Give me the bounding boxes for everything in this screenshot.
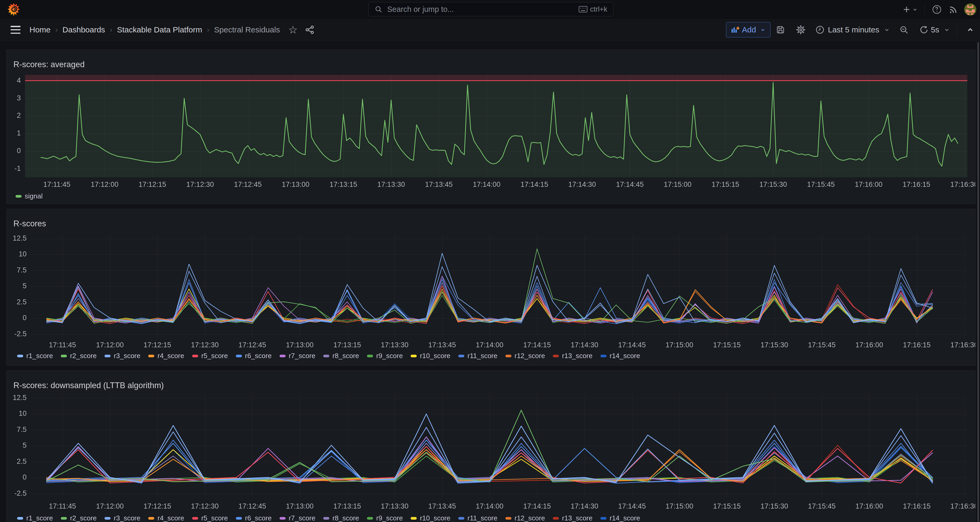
legend-item-r14_score[interactable]: r14_score [600, 352, 640, 360]
dashboard-settings-button[interactable] [791, 22, 811, 37]
search-input[interactable] [387, 5, 579, 14]
share-button[interactable] [305, 24, 315, 35]
legend-label: r6_score [245, 352, 272, 360]
legend-item-r8_score[interactable]: r8_score [323, 514, 359, 522]
legend-item-r6_score[interactable]: r6_score [236, 352, 272, 360]
user-avatar[interactable] [964, 3, 976, 16]
legend-item-r2_score[interactable]: r2_score [61, 514, 97, 522]
legend-item-r3_score[interactable]: r3_score [105, 352, 140, 360]
add-panel-button[interactable]: Add [726, 22, 770, 37]
legend-label: r2_score [70, 514, 97, 522]
legend-item-r13_score[interactable]: r13_score [553, 352, 593, 360]
legend-item-r13_score[interactable]: r13_score [553, 514, 593, 522]
legend-marker [367, 355, 373, 357]
legend-marker [367, 517, 373, 520]
legend-item-r9_score[interactable]: r9_score [367, 514, 403, 522]
breadcrumb-item-dashboards[interactable]: Dashboards [62, 25, 105, 34]
legend-label: r9_score [376, 514, 403, 522]
legend-item-r1_score[interactable]: r1_score [17, 514, 53, 522]
grafana-logo[interactable] [7, 3, 20, 16]
legend-item-r3_score[interactable]: r3_score [105, 514, 140, 522]
panel-title[interactable]: R-scores [13, 219, 46, 228]
grafana-dashboard: { "topnav": { "search": { "placeholder":… [0, 0, 980, 522]
legend-marker [148, 517, 154, 520]
news-button[interactable] [945, 2, 962, 17]
legend-item-r9_score[interactable]: r9_score [367, 352, 403, 360]
favorite-star-icon[interactable]: ☆ [288, 24, 298, 35]
legend-item-r7_score[interactable]: r7_score [280, 514, 315, 522]
legend-item-r12_score[interactable]: r12_score [505, 514, 545, 522]
legend-label: r10_score [420, 514, 450, 522]
legend-label: r4_score [158, 514, 184, 522]
legend-marker [410, 355, 417, 357]
legend: signal [16, 192, 43, 200]
legend-label: r3_score [114, 352, 140, 360]
legend-label: r13_score [562, 514, 593, 522]
legend-item-r1_score[interactable]: r1_score [17, 352, 53, 360]
legend-label: signal [25, 192, 43, 200]
legend-label: r7_score [289, 352, 315, 360]
chevron-down-icon [944, 27, 950, 33]
toolbar-right: Add [726, 19, 980, 41]
help-button[interactable] [928, 2, 945, 17]
legend-label: r3_score [114, 514, 140, 522]
legend-item-r11_score[interactable]: r11_score [458, 514, 498, 522]
add-button-label: Add [742, 25, 756, 34]
legend-item-r4_score[interactable]: r4_score [148, 352, 184, 360]
legend-marker [17, 355, 23, 357]
legend-label: r13_score [562, 352, 593, 360]
zoom-out-button[interactable] [894, 22, 914, 37]
chart-canvas-r-scores-downsampled[interactable] [6, 371, 975, 522]
mega-menu-toggle[interactable] [11, 26, 21, 34]
new-button[interactable] [899, 2, 921, 17]
breadcrumb-separator: › [207, 26, 209, 34]
panel-title[interactable]: R-scores: averaged [13, 60, 85, 69]
legend-item-r5_score[interactable]: r5_score [192, 514, 228, 522]
search-shortcut: ctrl+k [579, 5, 607, 13]
legend-marker [280, 517, 286, 520]
collapse-toolbar-button[interactable] [961, 22, 980, 37]
legend-item-r14_score[interactable]: r14_score [600, 514, 640, 522]
refresh-interval-picker[interactable]: 5s [931, 25, 953, 34]
time-range-picker[interactable]: Last 5 minutes [811, 25, 894, 35]
breadcrumb-item-home[interactable]: Home [29, 25, 51, 34]
chevron-down-icon [912, 7, 918, 12]
refresh-button[interactable] [914, 22, 931, 37]
legend-label: r5_score [201, 514, 228, 522]
legend-marker [600, 517, 606, 520]
legend-marker [61, 355, 67, 357]
page-scrollbar[interactable] [977, 42, 979, 522]
legend-item-r8_score[interactable]: r8_score [323, 352, 359, 360]
legend-label: r7_score [289, 514, 315, 522]
legend-marker [16, 195, 22, 198]
legend-label: r9_score [376, 352, 403, 360]
panel-title[interactable]: R-scores: downsampled (LTTB algorithm) [13, 381, 164, 390]
legend: r1_scorer2_scorer3_scorer4_scorer5_score… [17, 514, 640, 522]
rss-icon [948, 5, 958, 14]
legend-label: r12_score [515, 352, 545, 360]
legend-marker [553, 517, 559, 520]
save-dashboard-button[interactable] [770, 22, 791, 37]
chevron-up-icon [966, 26, 974, 34]
legend-item-r12_score[interactable]: r12_score [505, 352, 545, 360]
legend-item-r6_score[interactable]: r6_score [236, 514, 272, 522]
legend-item-r4_score[interactable]: r4_score [148, 514, 184, 522]
legend-item-r10_score[interactable]: r10_score [410, 352, 450, 360]
legend-item-r5_score[interactable]: r5_score [192, 352, 228, 360]
legend-marker [553, 355, 559, 357]
breadcrumb-item-stackable-data-platform[interactable]: Stackable Data Platform [117, 25, 202, 34]
time-range-label: Last 5 minutes [828, 25, 879, 34]
chart-canvas-r-scores[interactable] [6, 209, 975, 366]
legend-item-r11_score[interactable]: r11_score [458, 352, 498, 360]
legend-label: r2_score [70, 352, 97, 360]
legend-marker [17, 517, 23, 520]
legend-item-r10_score[interactable]: r10_score [410, 514, 450, 522]
gear-icon [796, 25, 806, 35]
save-icon [776, 25, 785, 35]
chart-canvas-r-scores-averaged[interactable] [6, 50, 975, 204]
global-search: ctrl+k [369, 2, 613, 16]
refresh-icon [919, 25, 929, 35]
legend-item-signal[interactable]: signal [16, 192, 43, 200]
legend-item-r7_score[interactable]: r7_score [280, 352, 315, 360]
legend-item-r2_score[interactable]: r2_score [61, 352, 97, 360]
